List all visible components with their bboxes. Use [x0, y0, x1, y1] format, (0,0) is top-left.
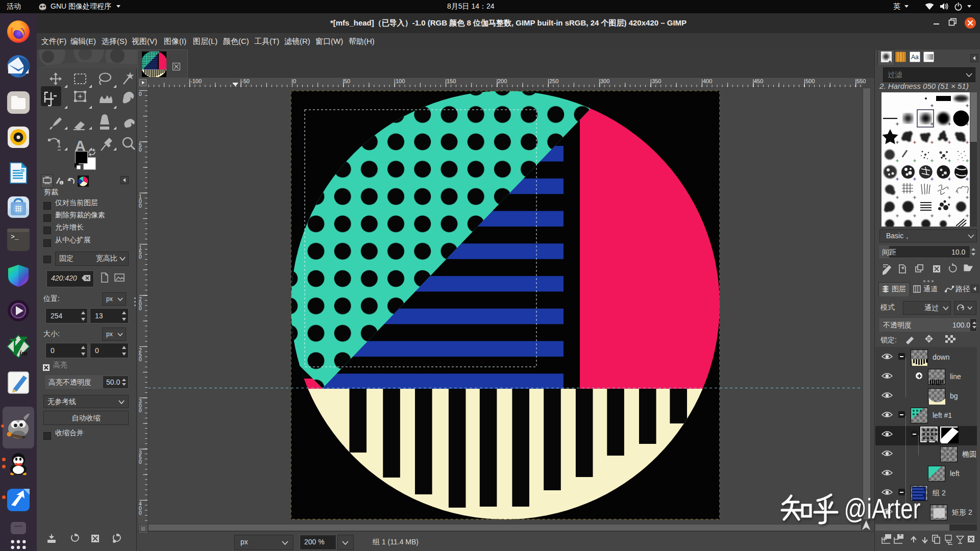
svg-text:Aa: Aa: [911, 54, 919, 61]
svg-text:im: im: [19, 349, 28, 357]
svg-text:>_: >_: [11, 233, 19, 241]
svg-text:@iArter: @iArter: [844, 493, 921, 524]
